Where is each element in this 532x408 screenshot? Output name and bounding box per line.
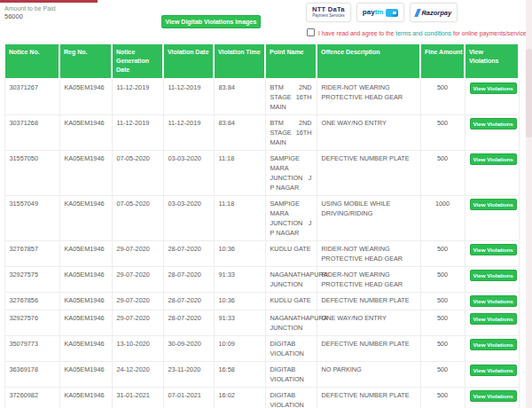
table-row: 35079773 KA05EM1946 13-10-2020 30-09-202… — [4, 336, 519, 362]
razorpay-logo-text: Razorpay — [421, 9, 451, 17]
terms-checkbox[interactable] — [307, 28, 315, 36]
terms-and-conditions-link[interactable]: terms and conditions — [395, 30, 451, 36]
cell-notice-no: 30371268 — [4, 115, 59, 151]
view-violations-button[interactable]: View Violations — [470, 313, 517, 325]
view-violations-button[interactable]: View Violations — [470, 199, 517, 210]
razorpay-logo: Razorpay — [410, 3, 458, 22]
cell-view-violations: View Violations — [465, 267, 519, 293]
view-violations-button[interactable]: View Violations — [470, 365, 517, 376]
view-digitab-violations-images-button[interactable]: View Digitab Violations Images — [161, 15, 261, 28]
cell-fine-amount: 500 — [420, 310, 465, 336]
cell-violation-time: 11:18 — [214, 196, 265, 241]
cell-notice-generation-date: 29-07-2020 — [112, 293, 163, 310]
cell-offence-description: RIDER-NOT WEARING PROTECTIVE HEAD GEAR — [317, 267, 420, 293]
cell-violation-time: 11:18 — [214, 151, 265, 196]
cell-reg-no: KA05EM1946 — [59, 267, 112, 293]
cell-fine-amount: 500 — [420, 388, 465, 408]
col-header-reg-no: Reg No. — [59, 43, 112, 79]
table-row: 32927575 KA05EM1946 29-07-2020 28-07-202… — [4, 267, 519, 293]
cell-violation-time: 91:33 — [214, 267, 265, 293]
table-row: 31557049 KA05EM1946 07-05-2020 03-03-202… — [4, 196, 519, 241]
razorpay-slash-icon — [415, 9, 422, 17]
vertical-scrollbar-thumb[interactable] — [526, 49, 532, 137]
cell-point-name: DIGITAB VIOLATION — [265, 336, 317, 362]
view-violations-button[interactable]: View Violations — [470, 244, 517, 255]
view-violations-button[interactable]: View Violations — [470, 153, 517, 165]
cell-offence-description: DEFECTIVE NUMBER PLATE — [317, 151, 420, 196]
cell-fine-amount: 500 — [420, 293, 465, 310]
cell-violation-date: 03-03-2020 — [163, 196, 214, 241]
col-header-point-name: Point Name — [265, 43, 317, 79]
cell-point-name: NAGANATHAPURA JUNCTION — [265, 310, 317, 336]
table-row: 37260982 KA05EM1946 31-01-2021 07-01-202… — [4, 388, 519, 408]
view-violations-button[interactable]: View Violations — [470, 295, 517, 307]
cell-violation-time: 10:36 — [214, 241, 265, 267]
paytm-wallet-icon — [386, 9, 398, 17]
cell-notice-no: 31557049 — [4, 196, 59, 241]
cell-view-violations: View Violations — [465, 388, 519, 408]
cell-violation-date: 03-03-2020 — [163, 151, 214, 196]
terms-text-pre: I have read and agree to the — [318, 30, 395, 36]
cell-violation-time: 83:84 — [214, 79, 265, 115]
top-red-bar — [0, 0, 98, 3]
col-header-notice-no: Notice No. — [4, 43, 59, 79]
cell-notice-generation-date: 11-12-2019 — [112, 115, 163, 151]
paytm-logo-text-pay: pay — [363, 8, 375, 17]
cell-violation-date: 11-12-2019 — [163, 115, 214, 151]
cell-notice-generation-date: 29-07-2020 — [112, 241, 163, 267]
cell-offence-description: DEFECTIVE NUMBER PLATE — [317, 293, 420, 310]
cell-reg-no: KA05EM1946 — [59, 362, 112, 388]
vertical-scrollbar[interactable] — [526, 0, 532, 408]
cell-notice-no: 36369178 — [4, 362, 59, 388]
cell-view-violations: View Violations — [465, 362, 519, 388]
cell-fine-amount: 500 — [420, 151, 465, 196]
cell-reg-no: KA05EM1946 — [59, 151, 112, 196]
cell-violation-time: 83:84 — [214, 115, 265, 151]
cell-point-name: KUDLU GATE — [265, 241, 317, 267]
cell-fine-amount: 500 — [420, 362, 465, 388]
cell-notice-generation-date: 11-12-2019 — [112, 79, 163, 115]
terms-row: I have read and agree to the terms and c… — [307, 28, 529, 38]
cell-offence-description: DEFECTIVE NUMBER PLATE — [317, 336, 420, 362]
paytm-logo-text-tm: tm — [375, 8, 384, 17]
cell-reg-no: KA05EM1946 — [59, 79, 112, 115]
cell-reg-no: KA05EM1946 — [59, 241, 112, 267]
payment-logos: NTT DaTa Payment Services paytm Razorpay — [306, 3, 458, 22]
cell-point-name: NAGANATHAPURA JUNCTION — [265, 267, 317, 293]
col-header-notice-generation-date: Notice Generation Date — [112, 43, 163, 79]
cell-violation-date: 30-09-2020 — [163, 336, 214, 362]
cell-point-name: KUDLU GATE — [265, 293, 317, 310]
view-violations-button[interactable]: View Violations — [470, 270, 517, 281]
violations-table-wrap: Notice No. Reg No. Notice Generation Dat… — [4, 43, 520, 408]
col-header-fine-amount: Fine Amount — [420, 43, 465, 79]
nttdata-logo: NTT DaTa Payment Services — [306, 3, 351, 22]
cell-point-name: SAMPIGE MARA JUNCTION J P NAGAR — [265, 196, 317, 241]
cell-violation-time: 10:09 — [214, 336, 265, 362]
table-row: 32767857 KA05EM1946 29-07-2020 28-07-202… — [4, 241, 519, 267]
view-violations-button[interactable]: View Violations — [470, 82, 517, 94]
amount-to-be-paid-value: 56000 — [4, 12, 56, 21]
view-violations-button[interactable]: View Violations — [470, 390, 517, 402]
cell-notice-no: 32927575 — [4, 267, 59, 293]
cell-violation-date: 28-07-2020 — [163, 293, 214, 310]
cell-notice-no: 32767856 — [4, 293, 59, 310]
cell-notice-generation-date: 24-12-2020 — [112, 362, 163, 388]
cell-point-name: DIGITAB VIOLATION — [265, 388, 317, 408]
cell-violation-date: 23-11-2020 — [163, 362, 214, 388]
cell-notice-generation-date: 07-05-2020 — [112, 196, 163, 241]
cell-violation-date: 11-12-2019 — [163, 79, 214, 115]
col-header-offence-description: Offence Description — [317, 43, 420, 79]
cell-offence-description: USING MOBILE WHILE DRIVING/RIDING — [317, 196, 420, 241]
cell-notice-generation-date: 29-07-2020 — [112, 310, 163, 336]
cell-view-violations: View Violations — [465, 241, 519, 267]
amount-block: Amount to be Paid 56000 — [4, 4, 56, 21]
cell-fine-amount: 500 — [420, 336, 465, 362]
cell-violation-time: 10:36 — [214, 293, 265, 310]
cell-fine-amount: 500 — [420, 267, 465, 293]
cell-notice-no: 31557050 — [4, 151, 59, 196]
nttdata-logo-subtext: Payment Services — [312, 13, 344, 19]
view-violations-button[interactable]: View Violations — [470, 118, 517, 129]
view-violations-button[interactable]: View Violations — [470, 339, 517, 350]
cell-violation-time: 91:33 — [214, 310, 265, 336]
cell-offence-description: ONE WAY/NO ENTRY — [317, 115, 420, 151]
